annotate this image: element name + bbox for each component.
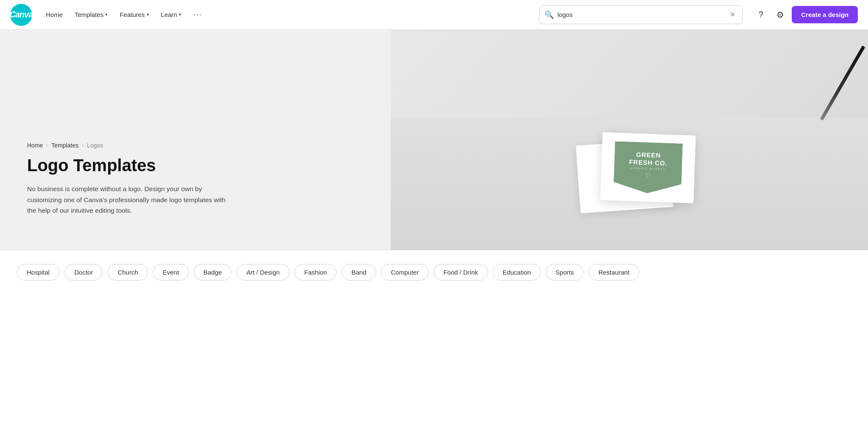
nav-features[interactable]: Features ▾: [114, 8, 154, 22]
breadcrumb-home[interactable]: Home: [27, 142, 43, 149]
search-input[interactable]: [557, 11, 728, 18]
category-pill[interactable]: Art / Design: [236, 264, 289, 281]
breadcrumb-sep-2: ›: [82, 142, 83, 148]
categories-section: HospitalDoctorChurchEventBadgeArt / Desi…: [0, 250, 868, 291]
breadcrumb: Home › Templates › Logos: [27, 142, 227, 149]
category-pill[interactable]: Hospital: [17, 264, 59, 281]
nav-templates[interactable]: Templates ▾: [70, 8, 113, 22]
search-bar: 🔍 ✕: [539, 6, 743, 24]
category-pill[interactable]: Computer: [381, 264, 428, 281]
hero-background: GREEN FRESH CO. ORGANIC MARKET ♡: [391, 30, 868, 250]
search-icon: 🔍: [545, 10, 554, 19]
navbar: Canva Home Templates ▾ Features ▾ Learn …: [0, 0, 868, 30]
canva-logo[interactable]: Canva: [10, 4, 32, 26]
category-pills: HospitalDoctorChurchEventBadgeArt / Desi…: [17, 264, 851, 281]
category-pill[interactable]: Church: [108, 264, 147, 281]
category-pill[interactable]: Restaurant: [589, 264, 639, 281]
features-chevron-icon: ▾: [147, 12, 149, 17]
breadcrumb-current: Logos: [87, 142, 103, 149]
help-button[interactable]: ?: [753, 7, 769, 23]
logo-name-line1: GREEN FRESH CO.: [629, 150, 668, 167]
nav-home[interactable]: Home: [41, 8, 68, 22]
hero-visual: GREEN FRESH CO. ORGANIC MARKET ♡: [391, 30, 868, 250]
hero-section: GREEN FRESH CO. ORGANIC MARKET ♡ Home › …: [0, 30, 868, 250]
settings-icon: ⚙: [776, 10, 784, 20]
category-pill[interactable]: Band: [342, 264, 376, 281]
hero-content: Home › Templates › Logos Logo Templates …: [0, 108, 254, 250]
category-pill[interactable]: Food / Drink: [434, 264, 488, 281]
breadcrumb-sep-1: ›: [46, 142, 48, 148]
logo-text: Canva: [9, 10, 33, 19]
card-front: GREEN FRESH CO. ORGANIC MARKET ♡: [600, 132, 696, 203]
search-clear-icon[interactable]: ✕: [728, 9, 737, 20]
templates-chevron-icon: ▾: [105, 12, 108, 17]
nav-learn[interactable]: Learn ▾: [156, 8, 186, 22]
breadcrumb-templates[interactable]: Templates: [51, 142, 78, 149]
nav-links: Home Templates ▾ Features ▾ Learn ▾ ···: [41, 7, 207, 22]
logo-subtitle: ORGANIC MARKET: [630, 167, 665, 170]
settings-button[interactable]: ⚙: [772, 7, 788, 23]
logo-heart: ♡: [645, 171, 651, 178]
green-logo-badge: GREEN FRESH CO. ORGANIC MARKET ♡: [613, 141, 683, 194]
nav-right-actions: ? ⚙ Create a design: [753, 6, 858, 23]
help-icon: ?: [759, 10, 763, 19]
create-design-button[interactable]: Create a design: [792, 6, 858, 23]
learn-chevron-icon: ▾: [179, 12, 181, 17]
category-pill[interactable]: Event: [153, 264, 189, 281]
category-pill[interactable]: Doctor: [64, 264, 103, 281]
category-pill[interactable]: Badge: [194, 264, 231, 281]
category-pill[interactable]: Education: [493, 264, 541, 281]
hero-description: No business is complete without a logo. …: [27, 183, 227, 216]
category-pill[interactable]: Fashion: [295, 264, 337, 281]
page-title: Logo Templates: [27, 156, 227, 175]
nav-more[interactable]: ···: [188, 7, 207, 22]
pen-decoration: [820, 45, 865, 120]
category-pill[interactable]: Sports: [546, 264, 584, 281]
